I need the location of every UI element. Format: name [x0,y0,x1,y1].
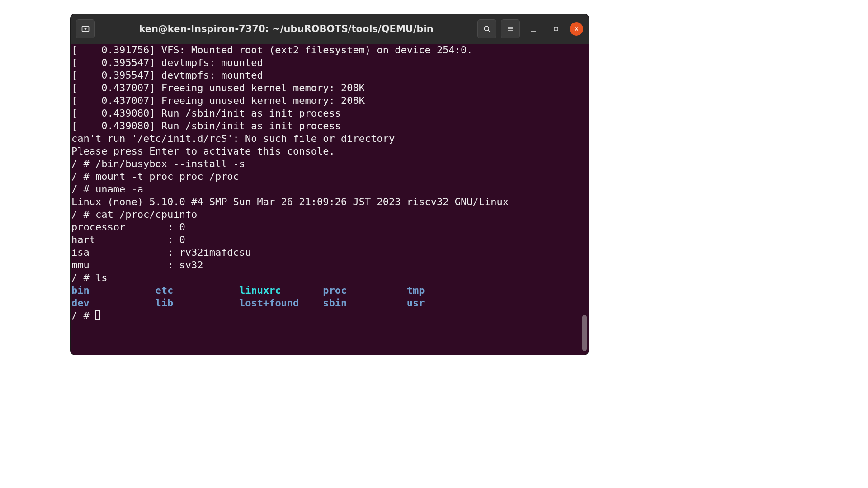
window-title: ken@ken-Inspiron-7370: ~/ubuROBOTS/tools… [99,23,474,34]
ls-entry: lib [155,297,173,309]
terminal-line: [ 0.439080] Run /sbin/init as init proce… [71,107,588,120]
ls-entry: linuxrc [239,285,281,296]
terminal-window: ken@ken-Inspiron-7370: ~/ubuROBOTS/tools… [71,14,589,355]
svg-line-4 [488,30,490,32]
terminal-line: Please press Enter to activate this cons… [71,145,588,158]
minimize-button[interactable] [524,20,542,38]
hamburger-icon [506,24,515,33]
ls-entry: proc [323,285,347,296]
terminal-line: processor : 0 [71,221,588,234]
titlebar: ken@ken-Inspiron-7370: ~/ubuROBOTS/tools… [71,14,589,44]
terminal-line: [ 0.395547] devtmpfs: mounted [71,69,588,82]
ls-entry: tmp [407,285,425,296]
terminal-line: can't run '/etc/init.d/rcS': No such fil… [71,132,588,145]
minimize-icon [529,24,538,33]
new-tab-button[interactable] [76,19,95,38]
terminal-line: [ 0.395547] devtmpfs: mounted [71,56,588,69]
terminal-line: / # cat /proc/cpuinfo [71,208,588,221]
terminal-line: mmu : sv32 [71,259,588,272]
close-button[interactable] [570,22,583,36]
terminal-line: / # mount -t proc proc /proc [71,170,588,183]
maximize-button[interactable] [547,20,565,38]
terminal-line: isa : rv32imafdcsu [71,246,588,259]
svg-point-3 [484,26,489,31]
terminal-line: / # uname -a [71,183,588,196]
terminal-body[interactable]: [ 0.391756] VFS: Mounted root (ext2 file… [71,44,589,355]
terminal-line: [ 0.437007] Freeing unused kernel memory… [71,82,588,94]
ls-entry: bin [71,285,90,296]
ls-entry: etc [155,285,173,296]
terminal-line: [ 0.437007] Freeing unused kernel memory… [71,94,588,107]
terminal-line: / # /bin/busybox --install -s [71,158,588,170]
close-icon [573,26,580,32]
cursor [95,310,100,320]
maximize-icon [552,24,561,33]
ls-entry: lost+found [239,297,299,309]
svg-rect-9 [554,27,558,31]
terminal-line: dev lib lost+found sbin usr [71,297,588,310]
terminal-line: [ 0.439080] Run /sbin/init as init proce… [71,120,588,132]
ls-entry: usr [407,297,425,309]
new-tab-icon [81,24,90,33]
scrollbar-thumb[interactable] [582,315,587,351]
ls-entry: sbin [323,297,347,309]
hamburger-menu-button[interactable] [501,19,520,38]
search-button[interactable] [477,19,496,38]
terminal-prompt: / # [71,310,588,322]
terminal-line: bin etc linuxrc proc tmp [71,284,588,297]
search-icon [482,24,491,33]
terminal-line: / # ls [71,272,588,284]
terminal-line: Linux (none) 5.10.0 #4 SMP Sun Mar 26 21… [71,196,588,208]
terminal-line: [ 0.391756] VFS: Mounted root (ext2 file… [71,44,588,56]
ls-entry: dev [71,297,90,309]
terminal-line: hart : 0 [71,234,588,246]
